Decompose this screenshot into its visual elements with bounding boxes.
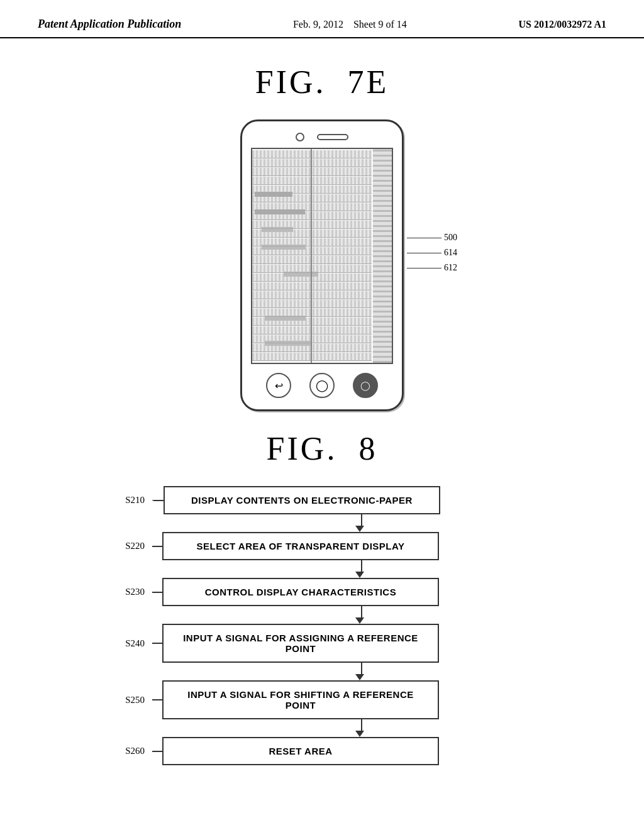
step-label-s230: S230 — [101, 587, 145, 597]
ref-labels: 500 614 612 — [407, 233, 457, 273]
screen-divider — [311, 149, 312, 363]
fig-8-title: FIG. 8 — [38, 430, 606, 467]
ref-500: 500 — [407, 233, 457, 243]
speaker-icon — [317, 134, 348, 140]
step-label-s250: S250 — [101, 695, 145, 706]
phone-screen — [251, 148, 393, 364]
camera-icon — [296, 133, 304, 141]
back-button[interactable]: ↩ — [266, 373, 291, 398]
right-col-shade — [373, 149, 392, 363]
page-content: FIG. 7E — [0, 38, 644, 778]
ref-614: 614 — [407, 248, 457, 258]
flowchart: S210 DISPLAY CONTENTS ON ELECTRONIC-PAPE… — [38, 486, 606, 765]
patent-number: US 2012/0032972 A1 — [518, 19, 606, 30]
step-box-s230: CONTROL DISPLAY CHARACTERISTICS — [162, 578, 439, 606]
phone-device: ↩ ◯ ◯ — [240, 119, 404, 411]
step-box-s220: SELECT AREA OF TRANSPARENT DISPLAY — [162, 532, 439, 560]
arrow-1 — [101, 514, 431, 532]
ref-612: 612 — [407, 263, 457, 273]
flow-row-s260: S260 RESET AREA — [101, 737, 439, 765]
arrow-5 — [101, 719, 431, 737]
step-box-s210: DISPLAY CONTENTS ON ELECTRONIC-PAPER — [164, 486, 440, 514]
flow-row-s220: S220 SELECT AREA OF TRANSPARENT DISPLAY — [101, 532, 439, 560]
device-container: ↩ ◯ ◯ 500 614 612 — [38, 119, 606, 411]
page-header: Patent Application Publication Feb. 9, 2… — [0, 0, 644, 38]
arrow-2 — [101, 560, 431, 578]
flow-row-s240: S240 INPUT A SIGNAL FOR ASSIGNING A REFE… — [101, 624, 439, 663]
step-label-s240: S240 — [101, 638, 145, 649]
phone-bottom-buttons: ↩ ◯ ◯ — [251, 373, 393, 398]
step-label-s260: S260 — [101, 746, 145, 756]
arrow-3 — [101, 606, 431, 624]
step-box-s260: RESET AREA — [162, 737, 439, 765]
step-box-s250: INPUT A SIGNAL FOR SHIFTING A REFERENCE … — [162, 680, 439, 719]
list-item-short-7 — [265, 341, 312, 346]
flow-row-s230: S230 CONTROL DISPLAY CHARACTERISTICS — [101, 578, 439, 606]
flow-row-s210: S210 DISPLAY CONTENTS ON ELECTRONIC-PAPE… — [101, 486, 440, 514]
publication-label: Patent Application Publication — [38, 18, 181, 31]
fig-7e-title: FIG. 7E — [38, 64, 606, 101]
step-label-s210: S210 — [101, 495, 145, 506]
home-button[interactable]: ◯ — [309, 373, 335, 398]
screen-grid — [252, 149, 392, 363]
step-box-s240: INPUT A SIGNAL FOR ASSIGNING A REFERENCE… — [162, 624, 439, 663]
flow-row-s250: S250 INPUT A SIGNAL FOR SHIFTING A REFER… — [101, 680, 439, 719]
arrow-4 — [101, 663, 431, 680]
phone-top-bar — [251, 133, 393, 141]
step-label-s220: S220 — [101, 541, 145, 551]
date-label: Feb. 9, 2012 Sheet 9 of 14 — [293, 19, 407, 30]
menu-button[interactable]: ◯ — [353, 373, 378, 398]
